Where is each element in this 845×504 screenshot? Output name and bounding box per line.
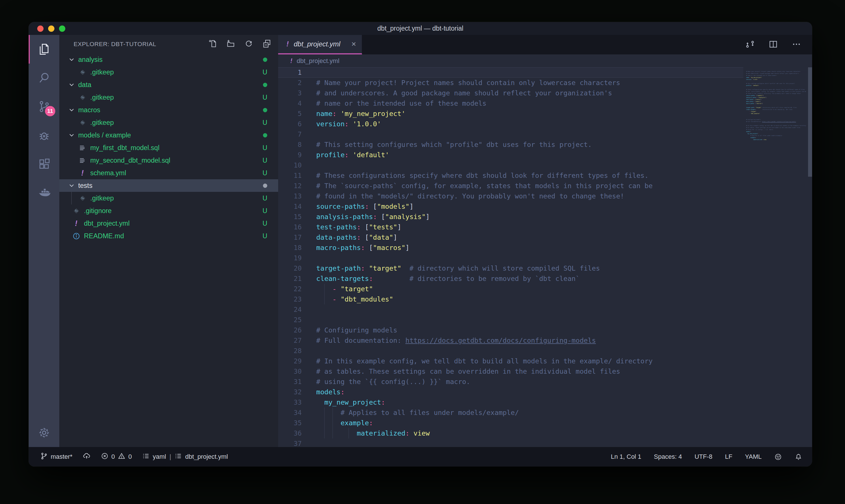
code-line-1[interactable]: 1 — [278, 67, 743, 78]
problems-status[interactable]: 0 0 — [101, 452, 132, 462]
code-line-29[interactable]: 29# In this example config, we tell dbt … — [278, 356, 743, 366]
new-folder-icon[interactable] — [226, 39, 235, 49]
linter-status[interactable]: yaml | dbt_project.yml — [142, 452, 228, 462]
tree-item-macros[interactable]: macros — [59, 104, 278, 116]
code-editor[interactable]: 12# Name your project! Project names sho… — [278, 67, 812, 447]
code-line-18[interactable]: 18macro-paths: ["macros"] — [278, 242, 743, 253]
code-line-8[interactable]: 8# This setting configures which "profil… — [278, 140, 743, 150]
code-line-12[interactable]: 12# The `source-paths` config, for examp… — [278, 181, 743, 191]
settings-gear-icon[interactable] — [29, 418, 59, 447]
language-mode[interactable]: YAML — [745, 453, 762, 461]
code-line-15[interactable]: 15analysis-paths: ["analysis"] — [278, 212, 743, 222]
code-line-36[interactable]: 36 materialized: view — [278, 428, 743, 438]
git-modified-dot — [263, 83, 267, 87]
refresh-icon[interactable] — [244, 39, 253, 49]
line-number: 2 — [278, 78, 302, 88]
code-line-3[interactable]: 3# and underscores. A good package name … — [278, 88, 743, 98]
code-line-14[interactable]: 14source-paths: ["models"] — [278, 201, 743, 212]
tree-item--gitkeep[interactable]: .gitkeepU — [59, 91, 278, 104]
git-branch-status[interactable]: master* — [40, 452, 72, 462]
code-line-2[interactable]: 2# Name your project! Project names shou… — [278, 78, 743, 88]
split-editor-icon[interactable] — [769, 39, 778, 50]
minimap-line — [746, 87, 807, 89]
cursor-position[interactable]: Ln 1, Col 1 — [611, 453, 641, 461]
line-number: 5 — [278, 109, 302, 119]
line-number: 6 — [278, 119, 302, 129]
yaml-warning-icon: ! — [290, 57, 293, 65]
code-line-34[interactable]: 34 # Applies to all files under models/e… — [278, 408, 743, 418]
collapse-all-icon[interactable] — [263, 39, 271, 49]
debug-icon[interactable] — [29, 121, 59, 149]
linter-mode-label: yaml — [153, 453, 166, 461]
tree-item--gitignore[interactable]: .gitignoreU — [59, 204, 278, 217]
more-actions-icon[interactable] — [792, 39, 801, 50]
tab-dbt-project-yml[interactable]: ! dbt_project.yml × — [278, 35, 362, 54]
tree-item-analysis[interactable]: analysis — [59, 53, 278, 66]
code-line-4[interactable]: 4# name or the intended use of these mod… — [278, 98, 743, 109]
scrollbar-thumb[interactable] — [808, 67, 812, 177]
new-file-icon[interactable] — [208, 39, 217, 49]
minimap-line: # as tables. These settings can be overr… — [746, 127, 807, 129]
docker-icon[interactable] — [29, 178, 59, 207]
indentation[interactable]: Spaces: 4 — [654, 453, 682, 461]
tree-item--gitkeep[interactable]: .gitkeepU — [59, 192, 278, 204]
code-line-20[interactable]: 20target-path: "target" # directory whic… — [278, 263, 743, 273]
code-line-5[interactable]: 5name: 'my_new_project' — [278, 109, 743, 119]
tree-item-my-first-dbt-model-sql[interactable]: my_first_dbt_model.sqlU — [59, 142, 278, 154]
close-tab-icon[interactable]: × — [352, 40, 356, 48]
minimap-line: clean-targets: # directories to be remov… — [746, 109, 807, 110]
tree-item--gitkeep[interactable]: .gitkeepU — [59, 66, 278, 78]
code-line-35[interactable]: 35 example: — [278, 418, 743, 428]
code-line-31[interactable]: 31# using the `{{ config(...) }}` macro. — [278, 377, 743, 387]
code-line-6[interactable]: 6version: '1.0.0' — [278, 119, 743, 129]
editor-group: ! dbt_project.yml × ! dbt_project.yml 12… — [278, 35, 812, 447]
code-line-33[interactable]: 33 my_new_project: — [278, 397, 743, 408]
tree-item--gitkeep[interactable]: .gitkeepU — [59, 116, 278, 129]
code-line-23[interactable]: 23 - "dbt_modules" — [278, 294, 743, 304]
feedback-smiley-icon[interactable] — [774, 453, 782, 461]
breadcrumb[interactable]: ! dbt_project.yml — [278, 54, 812, 67]
tree-item-data[interactable]: data — [59, 78, 278, 91]
minimap[interactable]: # Name your project! Project names shoul… — [746, 69, 807, 447]
code-line-27[interactable]: 27# Full documentation: https://docs.get… — [278, 335, 743, 346]
code-line-9[interactable]: 9profile: 'default' — [278, 150, 743, 160]
code-line-21[interactable]: 21clean-targets: # directories to be rem… — [278, 273, 743, 284]
code-line-25[interactable]: 25 — [278, 315, 743, 325]
code-line-7[interactable]: 7 — [278, 129, 743, 140]
explorer-icon[interactable] — [29, 35, 59, 64]
tree-item-tests[interactable]: tests — [59, 179, 278, 192]
eol-sequence[interactable]: LF — [725, 453, 733, 461]
tree-item-label: tests — [78, 182, 263, 190]
code-line-19[interactable]: 19 — [278, 253, 743, 263]
encoding[interactable]: UTF-8 — [695, 453, 713, 461]
git-untracked-badge: U — [263, 157, 267, 164]
line-number: 8 — [278, 140, 302, 150]
search-icon[interactable] — [29, 64, 59, 92]
code-line-28[interactable]: 28 — [278, 346, 743, 356]
tree-item-my-second-dbt-model-sql[interactable]: my_second_dbt_model.sqlU — [59, 154, 278, 167]
code-line-26[interactable]: 26# Configuring models — [278, 325, 743, 335]
line-number: 18 — [278, 242, 302, 253]
code-line-16[interactable]: 16test-paths: ["tests"] — [278, 222, 743, 232]
bell-icon[interactable] — [795, 453, 802, 461]
code-line-30[interactable]: 30# as tables. These settings can be ove… — [278, 366, 743, 377]
line-number: 37 — [278, 438, 302, 447]
code-line-32[interactable]: 32models: — [278, 387, 743, 397]
code-line-11[interactable]: 11# These configurations specify where d… — [278, 170, 743, 181]
source-control-icon[interactable]: 11 — [29, 92, 59, 121]
tree-item-models-example[interactable]: models / example — [59, 129, 278, 142]
code-line-22[interactable]: 22 - "target" — [278, 284, 743, 294]
sync-changes-button[interactable] — [83, 452, 91, 462]
linter-file-label: dbt_project.yml — [185, 453, 228, 461]
code-line-37[interactable]: 37 — [278, 438, 743, 447]
minimap-line: # found in the "models/" directory. You … — [746, 92, 807, 94]
extensions-icon[interactable] — [29, 149, 59, 178]
tree-item-readme-md[interactable]: README.mdU — [59, 230, 278, 242]
tree-item-dbt-project-yml[interactable]: !dbt_project.ymlU — [59, 217, 278, 230]
code-line-13[interactable]: 13# found in the "models/" directory. Yo… — [278, 191, 743, 201]
code-line-10[interactable]: 10 — [278, 160, 743, 170]
code-line-17[interactable]: 17data-paths: ["data"] — [278, 232, 743, 242]
open-changes-icon[interactable] — [745, 39, 755, 50]
tree-item-schema-yml[interactable]: !schema.ymlU — [59, 167, 278, 179]
code-line-24[interactable]: 24 — [278, 304, 743, 315]
